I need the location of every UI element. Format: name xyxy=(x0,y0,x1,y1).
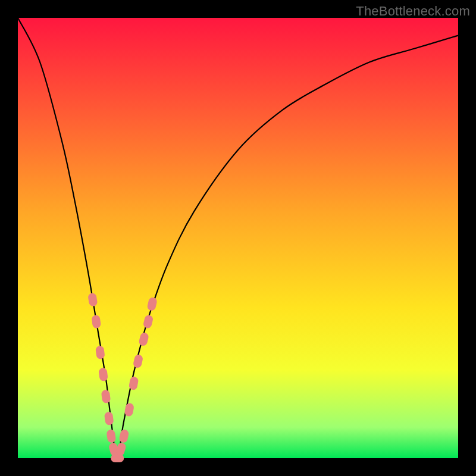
bead-marker xyxy=(101,390,111,404)
bead-group xyxy=(87,293,158,462)
bead-marker xyxy=(95,346,105,360)
bead-marker xyxy=(87,293,98,307)
bead-marker xyxy=(146,297,157,312)
bead-marker xyxy=(143,314,154,329)
bead-marker xyxy=(104,412,114,426)
bead-marker xyxy=(138,332,149,347)
bead-marker xyxy=(98,368,108,382)
bottleneck-curve xyxy=(18,18,458,458)
curve-path xyxy=(18,18,458,458)
watermark-text: TheBottleneck.com xyxy=(356,4,470,19)
bead-marker xyxy=(133,354,144,369)
chart-frame: TheBottleneck.com xyxy=(0,0,476,476)
plot-area xyxy=(18,18,458,458)
bead-marker xyxy=(106,429,116,443)
bead-marker xyxy=(91,315,101,329)
